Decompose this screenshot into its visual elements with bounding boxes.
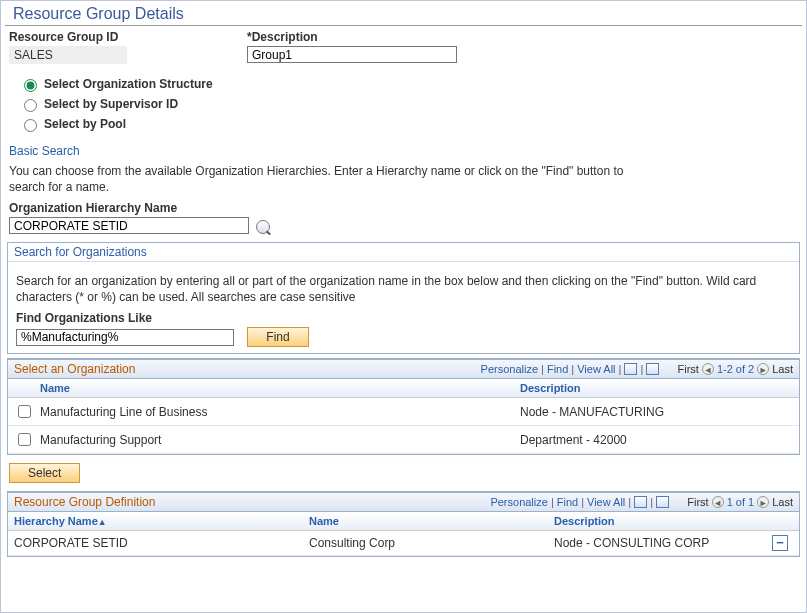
nav-last[interactable]: Last xyxy=(772,363,793,375)
row-hierarchy: CORPORATE SETID xyxy=(14,536,309,550)
find-button[interactable]: Find xyxy=(247,327,308,347)
select-org-structure-label: Select Organization Structure xyxy=(44,77,213,91)
select-button[interactable]: Select xyxy=(9,463,80,483)
description-label: *Description xyxy=(247,30,457,44)
find-link[interactable]: Find xyxy=(547,363,568,375)
column-description[interactable]: Description xyxy=(548,512,773,530)
search-organizations-help: Search for an organization by entering a… xyxy=(16,274,791,305)
row-description: Node - MANUFACTURING xyxy=(520,405,793,419)
row-checkbox[interactable] xyxy=(18,433,31,446)
select-organization-grid: Select an Organization Personalize | Fin… xyxy=(7,358,800,455)
description-field[interactable] xyxy=(247,46,457,63)
select-organization-title: Select an Organization xyxy=(14,362,135,376)
nav-first[interactable]: First xyxy=(678,363,699,375)
delete-row-button[interactable]: − xyxy=(772,535,788,551)
find-organizations-label: Find Organizations Like xyxy=(16,311,791,325)
resource-group-id-value: SALES xyxy=(9,46,127,64)
nav-next-icon[interactable]: ► xyxy=(757,363,769,375)
row-description: Department - 42000 xyxy=(520,433,793,447)
resource-group-definition-title: Resource Group Definition xyxy=(14,495,155,509)
nav-prev-icon[interactable]: ◄ xyxy=(702,363,714,375)
select-pool-label: Select by Pool xyxy=(44,117,126,131)
row-name: Manufacturing Line of Business xyxy=(40,405,520,419)
row-name: Consulting Corp xyxy=(309,536,554,550)
column-name[interactable]: Name xyxy=(303,512,548,530)
column-description[interactable]: Description xyxy=(514,379,799,397)
row-checkbox[interactable] xyxy=(18,405,31,418)
nav-last[interactable]: Last xyxy=(772,496,793,508)
column-name[interactable]: Name xyxy=(34,379,514,397)
view-all-link[interactable]: View All xyxy=(577,363,615,375)
table-row: Manufacturing Support Department - 42000 xyxy=(8,426,799,454)
table-row: CORPORATE SETID Consulting Corp Node - C… xyxy=(8,531,799,556)
row-name: Manufacturing Support xyxy=(40,433,520,447)
select-supervisor-label: Select by Supervisor ID xyxy=(44,97,178,111)
resource-group-definition-grid: Resource Group Definition Personalize | … xyxy=(7,491,800,557)
select-pool-radio[interactable] xyxy=(24,119,37,132)
find-organizations-field[interactable] xyxy=(16,329,234,346)
nav-first[interactable]: First xyxy=(687,496,708,508)
basic-search-help: You can choose from the available Organi… xyxy=(9,164,629,195)
search-organizations-panel: Search for Organizations Search for an o… xyxy=(7,242,800,354)
view-all-link[interactable]: View All xyxy=(587,496,625,508)
basic-search-link[interactable]: Basic Search xyxy=(9,144,80,158)
table-row: Manufacturing Line of Business Node - MA… xyxy=(8,398,799,426)
download-icon[interactable] xyxy=(656,496,669,508)
personalize-link[interactable]: Personalize xyxy=(481,363,538,375)
column-hierarchy-name[interactable]: Hierarchy Name▲ xyxy=(8,512,303,530)
download-icon[interactable] xyxy=(646,363,659,375)
row-description: Node - CONSULTING CORP xyxy=(554,536,767,550)
page-title: Resource Group Details xyxy=(5,1,802,26)
find-link[interactable]: Find xyxy=(557,496,578,508)
select-supervisor-radio[interactable] xyxy=(24,99,37,112)
zoom-icon[interactable] xyxy=(624,363,637,375)
nav-prev-icon[interactable]: ◄ xyxy=(712,496,724,508)
personalize-link[interactable]: Personalize xyxy=(490,496,547,508)
lookup-icon[interactable] xyxy=(256,220,270,234)
nav-range: 1-2 of 2 xyxy=(717,363,754,375)
search-organizations-title: Search for Organizations xyxy=(8,243,799,262)
sort-asc-icon: ▲ xyxy=(98,517,107,527)
nav-next-icon[interactable]: ► xyxy=(757,496,769,508)
select-org-structure-radio[interactable] xyxy=(24,79,37,92)
resource-group-id-label: Resource Group ID xyxy=(9,30,127,44)
hierarchy-name-field[interactable] xyxy=(9,217,249,234)
hierarchy-name-label: Organization Hierarchy Name xyxy=(9,201,798,215)
nav-range: 1 of 1 xyxy=(727,496,755,508)
zoom-icon[interactable] xyxy=(634,496,647,508)
